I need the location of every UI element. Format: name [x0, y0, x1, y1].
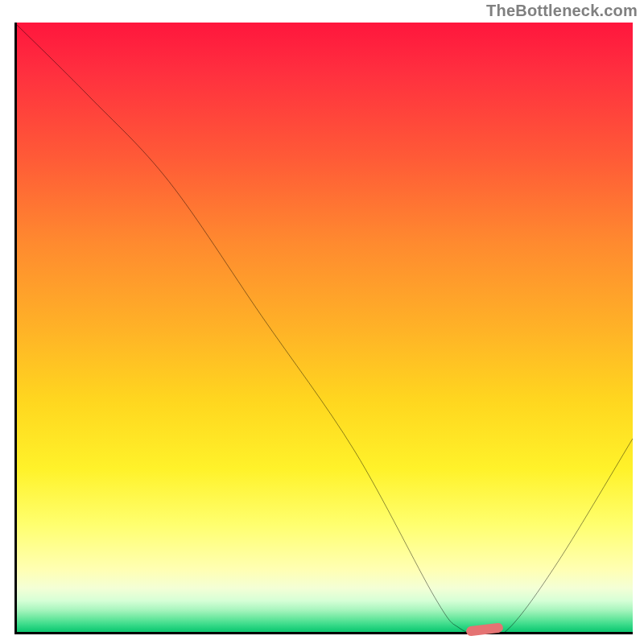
curve-path: [14, 23, 633, 634]
plot-area: [14, 23, 633, 634]
chart-container: TheBottleneck.com: [0, 0, 644, 644]
bottleneck-curve: [14, 23, 633, 634]
watermark-text: TheBottleneck.com: [486, 2, 638, 20]
